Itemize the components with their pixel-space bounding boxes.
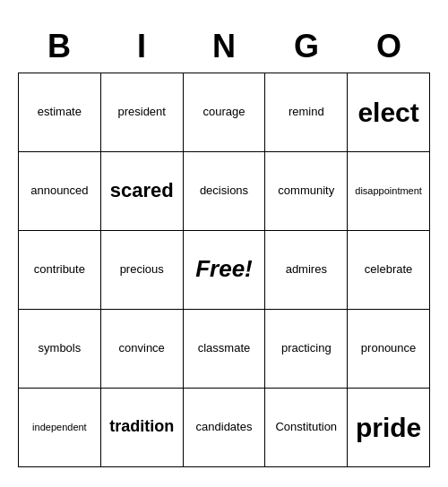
cell-text: Constitution xyxy=(275,420,337,435)
cell-text: announced xyxy=(30,184,88,199)
bingo-cell: precious xyxy=(101,231,184,310)
cell-text: tradition xyxy=(109,416,174,437)
bingo-cell: contribute xyxy=(19,231,101,310)
header-letter: N xyxy=(183,21,265,73)
bingo-header: BINGO xyxy=(18,21,430,73)
bingo-cell: community xyxy=(265,152,348,231)
cell-text: celebrate xyxy=(365,262,412,278)
bingo-cell: elect xyxy=(348,73,430,152)
cell-text: convince xyxy=(119,341,165,356)
bingo-cell: courage xyxy=(184,73,266,152)
cell-text: scared xyxy=(110,178,174,204)
bingo-cell: symbols xyxy=(19,310,101,389)
bingo-cell: estimate xyxy=(19,73,101,152)
cell-text: symbols xyxy=(39,341,82,356)
cell-text: elect xyxy=(358,95,418,130)
cell-text: candidates xyxy=(196,420,253,435)
cell-text: remind xyxy=(289,105,324,120)
bingo-cell: decisions xyxy=(184,152,266,231)
header-letter: B xyxy=(18,21,100,73)
cell-text: practicing xyxy=(281,341,332,356)
cell-text: decisions xyxy=(200,184,248,199)
bingo-cell: classmate xyxy=(184,310,266,389)
bingo-cell: admires xyxy=(265,231,348,310)
bingo-cell: convince xyxy=(101,310,184,389)
header-letter: G xyxy=(265,21,348,73)
header-letter: I xyxy=(100,21,183,73)
bingo-cell: celebrate xyxy=(348,231,430,310)
cell-text: pronounce xyxy=(361,341,416,356)
bingo-card: BINGO estimatepresidentcourageremindelec… xyxy=(18,21,430,467)
bingo-cell: tradition xyxy=(101,389,184,467)
cell-text: precious xyxy=(120,262,164,278)
bingo-cell: practicing xyxy=(265,310,348,389)
cell-text: Free! xyxy=(195,254,253,285)
cell-text: admires xyxy=(286,262,327,278)
cell-text: estimate xyxy=(38,105,82,120)
bingo-cell: pronounce xyxy=(348,310,430,389)
bingo-cell: Free! xyxy=(184,231,266,310)
bingo-grid: estimatepresidentcourageremindelectannou… xyxy=(18,73,430,467)
cell-text: president xyxy=(117,105,165,120)
bingo-cell: scared xyxy=(101,152,184,231)
bingo-cell: candidates xyxy=(184,389,266,467)
cell-text: disappointment xyxy=(355,184,422,197)
cell-text: courage xyxy=(203,105,246,120)
bingo-cell: president xyxy=(101,73,184,152)
bingo-cell: remind xyxy=(265,73,348,152)
bingo-cell: announced xyxy=(19,152,101,231)
cell-text: classmate xyxy=(198,341,251,356)
header-letter: O xyxy=(348,21,430,73)
cell-text: independent xyxy=(32,421,87,433)
bingo-cell: Constitution xyxy=(265,389,348,467)
bingo-cell: pride xyxy=(348,389,430,467)
bingo-cell: disappointment xyxy=(348,152,430,231)
cell-text: contribute xyxy=(34,262,85,278)
bingo-cell: independent xyxy=(19,389,101,467)
cell-text: community xyxy=(278,184,334,199)
cell-text: pride xyxy=(356,410,421,445)
